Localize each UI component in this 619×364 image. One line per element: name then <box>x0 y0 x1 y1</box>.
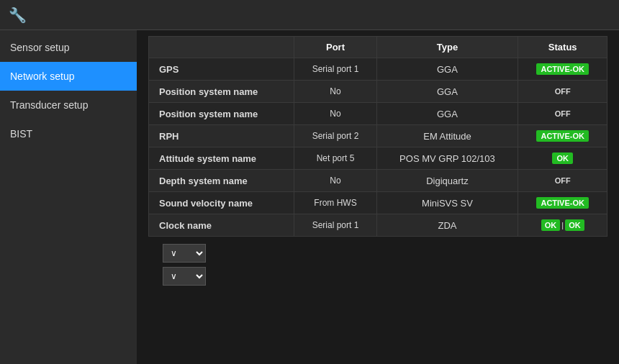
table-row: Depth system nameNoDigiquartzOFF <box>149 170 607 192</box>
sidebar-item-transducer-setup[interactable]: Transducer setup <box>0 91 137 119</box>
table-row: Attitude system nameNet port 5POS MV GRP… <box>149 147 607 170</box>
cell-port: Serial port 2 <box>294 125 376 147</box>
cell-port: From HWS <box>294 192 376 214</box>
cell-type: GGA <box>376 58 518 81</box>
status-badge: OFF <box>551 86 575 97</box>
dropdown-1[interactable]: ∨ <box>163 244 206 263</box>
status-badge: OFF <box>551 175 575 186</box>
status-badge: ACTIVE-OK <box>536 197 589 209</box>
app-icon: 🔧 <box>7 5 27 25</box>
dropdown-2[interactable]: ∨ <box>163 267 206 286</box>
sidebar-item-network-setup[interactable]: Network setup <box>0 62 137 91</box>
cell-type: POS MV GRP 102/103 <box>376 147 518 170</box>
col-port: Port <box>294 37 376 58</box>
cell-type: EM Attitude <box>376 125 518 147</box>
cell-name: Attitude system name <box>149 147 294 170</box>
status-badge: ACTIVE-OK <box>536 63 589 75</box>
cell-type: ZDA <box>376 214 518 237</box>
dropdown-area: ∨ ∨ <box>163 244 607 286</box>
table-row: Position system nameNoGGAOFF <box>149 103 607 125</box>
cell-status: ACTIVE-OK <box>518 125 607 147</box>
cell-type: GGA <box>376 103 518 125</box>
table-row: GPSSerial port 1GGAACTIVE-OK <box>149 58 607 81</box>
col-name <box>149 37 294 58</box>
col-type: Type <box>376 37 518 58</box>
cell-port: No <box>294 103 376 125</box>
col-status: Status <box>518 37 607 58</box>
sensor-table: Port Type Status GPSSerial port 1GGAACTI… <box>148 36 607 237</box>
cell-name: Sound velocity name <box>149 192 294 214</box>
cell-name: Clock name <box>149 214 294 237</box>
cell-status: OFF <box>518 103 607 125</box>
cell-status: OFF <box>518 81 607 103</box>
status-badge: OFF <box>551 108 575 119</box>
table-row: RPHSerial port 2EM AttitudeACTIVE-OK <box>149 125 607 147</box>
cell-status: OK <box>518 147 607 170</box>
status-badge: ACTIVE-OK <box>536 130 589 142</box>
cell-name: RPH <box>149 125 294 147</box>
cell-status: OFF <box>518 170 607 192</box>
cell-name: Position system name <box>149 103 294 125</box>
cell-type: Digiquartz <box>376 170 518 192</box>
cell-type: MiniSVS SV <box>376 192 518 214</box>
sidebar-item-sensor-setup[interactable]: Sensor setup <box>0 33 137 62</box>
sidebar-item-bist[interactable]: BIST <box>0 119 137 148</box>
main-layout: Sensor setupNetwork setupTransducer setu… <box>0 30 619 364</box>
content-area: Port Type Status GPSSerial port 1GGAACTI… <box>137 30 619 364</box>
cell-port: Net port 5 <box>294 147 376 170</box>
cell-port: Serial port 1 <box>294 58 376 81</box>
cell-status: ACTIVE-OK <box>518 58 607 81</box>
title-bar: 🔧 <box>0 0 619 30</box>
cell-name: Position system name <box>149 81 294 103</box>
cell-port: No <box>294 170 376 192</box>
table-row: Position system nameNoGGAOFF <box>149 81 607 103</box>
cell-name: Depth system name <box>149 170 294 192</box>
cell-name: GPS <box>149 58 294 81</box>
sidebar: Sensor setupNetwork setupTransducer setu… <box>0 30 137 364</box>
status-badge: OK <box>552 153 573 164</box>
wrench-icon: 🔧 <box>9 6 27 24</box>
cell-port: No <box>294 81 376 103</box>
cell-type: GGA <box>376 81 518 103</box>
table-header-row: Port Type Status <box>149 37 607 58</box>
status-badge-double: OK|OK <box>541 219 584 231</box>
cell-port: Serial port 1 <box>294 214 376 237</box>
cell-status: ACTIVE-OK <box>518 192 607 214</box>
cell-status: OK|OK <box>518 214 607 237</box>
table-row: Sound velocity nameFrom HWSMiniSVS SVACT… <box>149 192 607 214</box>
table-row: Clock nameSerial port 1ZDAOK|OK <box>149 214 607 237</box>
